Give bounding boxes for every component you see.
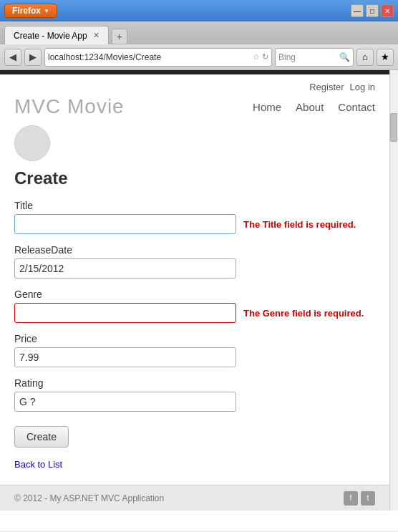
firefox-arrow-icon: ▼ xyxy=(44,8,49,14)
genre-input[interactable] xyxy=(14,303,236,323)
forward-button[interactable]: ▶ xyxy=(24,49,42,66)
star-icon: ☆ xyxy=(253,52,260,62)
site-title-nav: MVC Movie Home About Contact xyxy=(14,95,375,118)
firefox-label: Firefox xyxy=(12,6,41,16)
url-icons: ☆ ↻ xyxy=(253,52,268,62)
back-icon: ◀ xyxy=(9,52,16,62)
search-bar[interactable]: Bing 🔍 xyxy=(275,48,354,67)
nav-contact[interactable]: Contact xyxy=(338,101,375,113)
login-link[interactable]: Log in xyxy=(350,82,375,92)
scrollbar-thumb[interactable] xyxy=(390,113,397,142)
scroll-area[interactable]: Register Log in MVC Movie Home About Con… xyxy=(0,70,389,511)
create-button[interactable]: Create xyxy=(14,426,69,448)
nav-about[interactable]: About xyxy=(296,101,324,113)
page-title: Create xyxy=(14,168,375,188)
favorites-icon: ★ xyxy=(381,52,389,62)
release-date-label: ReleaseDate xyxy=(14,244,375,256)
url-text: localhost:1234/Movies/Create xyxy=(48,52,250,62)
refresh-icon: ↻ xyxy=(262,52,268,62)
register-link[interactable]: Register xyxy=(309,82,344,92)
favorites-button[interactable]: ★ xyxy=(377,49,394,66)
back-button[interactable]: ◀ xyxy=(4,49,21,66)
release-date-field-group: ReleaseDate xyxy=(14,244,375,279)
footer-icons: f t xyxy=(344,491,375,506)
browser-chrome: Firefox ▼ — □ ✕ Create - Movie App ✕ + ◀ xyxy=(0,0,398,70)
footer-copyright: © 2012 - My ASP.NET MVC Application xyxy=(14,493,164,503)
tab-close-icon[interactable]: ✕ xyxy=(93,31,100,40)
tab-bar: Create - Movie App ✕ + xyxy=(0,21,398,44)
window-controls: — □ ✕ xyxy=(351,4,394,17)
firefox-button[interactable]: Firefox ▼ xyxy=(4,4,57,18)
home-icon: ⌂ xyxy=(362,52,368,62)
nav-bar: ◀ ▶ localhost:1234/Movies/Create ☆ ↻ Bin… xyxy=(0,44,398,70)
price-input[interactable] xyxy=(14,347,236,367)
nav-home[interactable]: Home xyxy=(253,101,281,113)
url-bar[interactable]: localhost:1234/Movies/Create ☆ ↻ xyxy=(44,48,272,67)
maximize-button[interactable]: □ xyxy=(366,4,379,17)
price-field-group: Price xyxy=(14,333,375,367)
title-input-row: The Title field is required. xyxy=(14,214,375,234)
forward-icon: ▶ xyxy=(29,52,37,62)
title-error: The Title field is required. xyxy=(243,219,356,230)
twitter-icon[interactable]: t xyxy=(361,491,375,506)
genre-label: Genre xyxy=(14,289,375,300)
active-tab[interactable]: Create - Movie App ✕ xyxy=(4,26,109,44)
price-label: Price xyxy=(14,333,375,344)
release-date-input[interactable] xyxy=(14,258,236,279)
avatar-area xyxy=(0,125,389,161)
title-label: Title xyxy=(14,200,375,211)
site-title: MVC Movie xyxy=(14,95,125,118)
home-button[interactable]: ⌂ xyxy=(356,49,374,66)
facebook-icon[interactable]: f xyxy=(344,491,358,506)
new-tab-button[interactable]: + xyxy=(112,29,127,44)
tab-title: Create - Movie App xyxy=(14,31,87,41)
site-header: Register Log in MVC Movie Home About Con… xyxy=(0,74,389,125)
search-placeholder: Bing xyxy=(278,52,336,62)
title-input[interactable] xyxy=(14,214,236,234)
genre-input-row: The Genre field is required. xyxy=(14,303,375,323)
scrollbar-track[interactable] xyxy=(389,70,398,511)
rating-input[interactable] xyxy=(14,392,236,412)
search-icon: 🔍 xyxy=(339,52,350,62)
title-field-group: Title The Title field is required. xyxy=(14,200,375,234)
site-nav: Home About Contact xyxy=(253,101,375,113)
minimize-button[interactable]: — xyxy=(351,4,364,17)
site-footer: © 2012 - My ASP.NET MVC Application f t xyxy=(0,485,389,511)
rating-label: Rating xyxy=(14,377,375,389)
title-bar: Firefox ▼ — □ ✕ xyxy=(0,0,398,21)
genre-field-group: Genre The Genre field is required. xyxy=(14,289,375,323)
genre-error: The Genre field is required. xyxy=(243,308,364,319)
main-content: Create Title The Title field is required… xyxy=(0,161,389,485)
page-wrapper: Register Log in MVC Movie Home About Con… xyxy=(0,70,398,531)
header-top: Register Log in xyxy=(14,82,375,92)
back-to-list-link[interactable]: Back to List xyxy=(14,459,62,470)
avatar xyxy=(14,125,50,161)
close-button[interactable]: ✕ xyxy=(381,4,394,17)
rating-field-group: Rating xyxy=(14,377,375,412)
